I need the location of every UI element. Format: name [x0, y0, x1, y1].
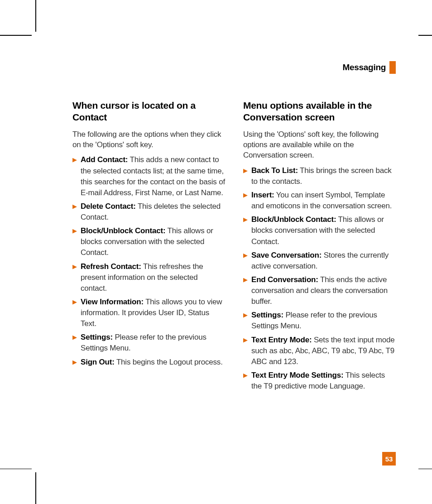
triangle-bullet-icon: ▶ [243, 310, 248, 320]
list-item: ▶Back To List: This brings the screen ba… [243, 165, 396, 187]
crop-mark [35, 472, 36, 504]
list-item-label: Settings: [251, 311, 283, 319]
triangle-bullet-icon: ▶ [243, 214, 248, 225]
list-item-body: Block/Unblock Contact: This allows or bl… [250, 214, 396, 247]
list-item: ▶Text Entry Mode: Sets the text input mo… [243, 335, 396, 367]
list-item-label: Delete Contact: [81, 202, 136, 211]
section-heading-left: When cursor is located on a Contact [72, 100, 225, 124]
page-header: Messaging [343, 61, 396, 74]
list-item: ▶Save Conversation: Stores the currently… [243, 250, 396, 272]
triangle-bullet-icon: ▶ [72, 226, 77, 236]
page-container: Messaging When cursor is located on a Co… [36, 36, 418, 468]
list-item-text: This begins the Logout process. [115, 358, 223, 366]
list-item-label: Insert: [251, 191, 274, 199]
list-item-label: Block/Unblock Contact: [81, 226, 165, 235]
triangle-bullet-icon: ▶ [72, 357, 77, 367]
list-item-body: Block/Unblock Contact: This allows or bl… [80, 226, 225, 258]
crop-mark [35, 0, 36, 32]
list-item-body: Text Entry Mode: Sets the text input mod… [250, 335, 396, 367]
section-intro-right: Using the 'Options' soft key, the follow… [243, 129, 396, 161]
list-item-body: Settings: Please refer to the previous S… [80, 332, 225, 354]
page-number: 53 [382, 452, 396, 466]
list-item: ▶View Information: This allows you to vi… [72, 297, 225, 329]
list-item-label: Text Entry Mode Settings: [251, 371, 343, 379]
options-list-right: ▶Back To List: This brings the screen ba… [243, 165, 396, 392]
triangle-bullet-icon: ▶ [72, 201, 77, 211]
triangle-bullet-icon: ▶ [243, 250, 248, 260]
list-item-body: Refresh Contact: This refreshes the pres… [80, 261, 225, 294]
list-item-body: Sign Out: This begins the Logout process… [80, 357, 223, 368]
list-item-label: Save Conversation: [251, 251, 322, 259]
list-item-label: Sign Out: [81, 358, 115, 366]
list-item-body: Text Entry Mode Settings: This selects t… [250, 370, 396, 392]
header-accent-block [389, 61, 396, 74]
list-item-label: Refresh Contact: [81, 262, 141, 271]
list-item-body: End Conversation: This ends the active c… [250, 274, 396, 307]
triangle-bullet-icon: ▶ [243, 165, 248, 176]
list-item: ▶Sign Out: This begins the Logout proces… [72, 357, 225, 368]
crop-mark [418, 35, 432, 36]
crop-mark [0, 469, 32, 470]
list-item-body: Back To List: This brings the screen bac… [250, 165, 396, 187]
triangle-bullet-icon: ▶ [72, 297, 77, 307]
list-item-body: Settings: Please refer to the previous S… [250, 310, 396, 331]
list-item-body: Save Conversation: Stores the currently … [250, 250, 396, 272]
list-item-label: Settings: [81, 333, 113, 341]
page-header-title: Messaging [343, 62, 386, 72]
list-item-label: Add Contact: [81, 155, 128, 164]
crop-mark [418, 469, 432, 470]
right-column: Menu options available in the Conversati… [243, 100, 396, 394]
list-item-label: Block/Unblock Contact: [251, 215, 336, 224]
list-item-label: End Conversation: [251, 275, 318, 284]
list-item-label: View Information: [81, 298, 144, 306]
triangle-bullet-icon: ▶ [72, 261, 77, 272]
list-item: ▶Settings: Please refer to the previous … [72, 332, 225, 354]
list-item-body: Insert: You can insert Symbol, Template … [250, 190, 396, 211]
list-item: ▶Refresh Contact: This refreshes the pre… [72, 261, 225, 294]
list-item: ▶Settings: Please refer to the previous … [243, 310, 396, 331]
crop-mark [0, 35, 32, 36]
list-item-body: Add Contact: This adds a new contact to … [80, 154, 225, 198]
list-item: ▶Text Entry Mode Settings: This selects … [243, 370, 396, 392]
list-item: ▶Add Contact: This adds a new contact to… [72, 154, 225, 198]
list-item-body: View Information: This allows you to vie… [80, 297, 225, 329]
list-item-label: Back To List: [251, 166, 298, 175]
triangle-bullet-icon: ▶ [243, 370, 248, 380]
list-item-label: Text Entry Mode: [251, 336, 312, 344]
list-item: ▶Insert: You can insert Symbol, Template… [243, 190, 396, 211]
options-list-left: ▶Add Contact: This adds a new contact to… [72, 154, 225, 367]
left-column: When cursor is located on a Contact The … [72, 100, 225, 394]
list-item-body: Delete Contact: This deletes the selecte… [80, 201, 225, 223]
triangle-bullet-icon: ▶ [243, 335, 248, 345]
section-heading-right: Menu options available in the Conversati… [243, 100, 396, 124]
list-item: ▶Block/Unblock Contact: This allows or b… [72, 226, 225, 258]
list-item: ▶End Conversation: This ends the active … [243, 274, 396, 307]
list-item: ▶Delete Contact: This deletes the select… [72, 201, 225, 223]
list-item: ▶Block/Unblock Contact: This allows or b… [243, 214, 396, 247]
triangle-bullet-icon: ▶ [72, 154, 77, 165]
triangle-bullet-icon: ▶ [243, 190, 248, 200]
section-intro-left: The following are the options when they … [72, 129, 225, 150]
triangle-bullet-icon: ▶ [72, 332, 77, 342]
content-columns: When cursor is located on a Contact The … [72, 100, 396, 394]
triangle-bullet-icon: ▶ [243, 274, 248, 285]
